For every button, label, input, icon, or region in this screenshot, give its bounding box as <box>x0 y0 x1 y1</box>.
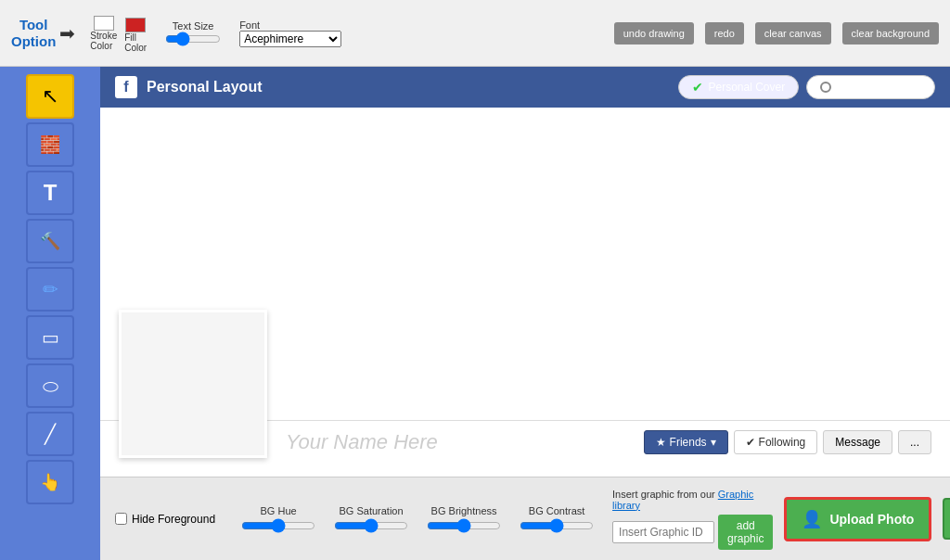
hide-foreground-group: Hide Foreground <box>115 513 215 526</box>
fill-label: FillColor <box>124 32 147 53</box>
fb-tabs: ✔ Personal Cover FAN PAGE cover <box>678 75 935 99</box>
bg-hue-label: BG Hue <box>260 505 296 516</box>
profile-actions: ★ Friends ▾ ✔ Following Message ... <box>644 430 931 454</box>
fill-swatch[interactable] <box>125 18 146 32</box>
star-icon: ★ <box>656 436 666 449</box>
following-button[interactable]: ✔ Following <box>734 430 818 454</box>
personal-cover-label: Personal Cover <box>708 81 785 94</box>
bg-brightness-group: BG Brightness <box>427 505 501 533</box>
text-tool-btn[interactable]: T <box>26 171 74 215</box>
profile-photo-box <box>119 310 267 458</box>
personal-cover-tab[interactable]: ✔ Personal Cover <box>678 75 799 99</box>
select-tool-btn[interactable]: ↖ <box>26 74 74 119</box>
arrow-icon: ➡ <box>59 22 75 45</box>
check-icon: ✔ <box>692 80 703 95</box>
upload-photo-button[interactable]: 👤 Upload Photo <box>784 497 931 541</box>
friends-chevron: ▾ <box>711 436 716 449</box>
line-tool-btn[interactable]: ╱ <box>26 412 74 456</box>
hand-tool-btn[interactable]: 👆 <box>26 460 74 504</box>
fb-title: Personal Layout <box>147 79 669 95</box>
font-label: Font <box>239 19 260 31</box>
bg-sat-slider[interactable] <box>334 518 408 533</box>
bg-hue-group: BG Hue <box>241 505 315 533</box>
bg-bri-slider[interactable] <box>427 518 501 533</box>
radio-icon <box>820 82 831 93</box>
bg-bri-label: BG Brightness <box>431 505 497 516</box>
text-size-slider[interactable] <box>165 32 221 46</box>
message-label: Message <box>835 436 880 449</box>
add-graphic-button[interactable]: add graphic <box>718 515 773 550</box>
main-area: f Personal Layout ✔ Personal Cover FAN P… <box>100 67 950 560</box>
friends-label: Friends <box>670 436 707 449</box>
friends-button[interactable]: ★ Friends ▾ <box>644 430 728 454</box>
font-group: Font Acephimere Arial Times New Roman Ve… <box>239 19 341 47</box>
undo-button[interactable]: undo drawing <box>614 22 694 45</box>
following-label: Following <box>759 436 806 449</box>
canvas-area[interactable]: Your Name Here ★ Friends ▾ ✔ Following M… <box>100 108 950 477</box>
hide-fg-checkbox[interactable] <box>115 513 127 525</box>
ellipse-tool-btn[interactable]: ⬭ <box>26 363 74 408</box>
tool-option-label: Tool <box>19 17 48 32</box>
graphic-section: Insert graphic from our Graphic library … <box>612 489 773 550</box>
upload-bg-button[interactable]: 🖼 Upload Background <box>943 498 950 540</box>
eraser-tool-btn[interactable]: 🧱 <box>26 122 74 167</box>
more-label: ... <box>910 436 919 449</box>
stroke-swatch[interactable] <box>94 16 114 31</box>
text-size-label: Text Size <box>173 20 214 32</box>
bg-con-label: BG Contrast <box>529 505 585 516</box>
redo-button[interactable]: redo <box>705 22 744 45</box>
text-size-group: Text Size <box>165 20 221 46</box>
message-button[interactable]: Message <box>823 430 892 454</box>
tool-option-label2: Option <box>11 33 56 49</box>
fb-header: f Personal Layout ✔ Personal Cover FAN P… <box>100 67 950 108</box>
sidebar: ↖ 🧱 T 🔨 ✏ ▭ ⬭ ╱ 👆 <box>0 67 100 560</box>
bg-contrast-group: BG Contrast <box>520 505 594 533</box>
profile-name: Your Name Here <box>286 430 438 454</box>
font-select[interactable]: Acephimere Arial Times New Roman Verdana <box>239 31 341 47</box>
toolbar: Tool Option ➡ StrokeColor FillColor Text… <box>0 0 950 67</box>
fanpage-cover-tab[interactable]: FAN PAGE cover <box>806 75 935 99</box>
bg-con-slider[interactable] <box>520 518 594 533</box>
fill-color-group: FillColor <box>124 14 147 53</box>
check-following-icon: ✔ <box>746 436 755 449</box>
person-icon: 👤 <box>802 509 822 529</box>
pen-tool-btn[interactable]: ✏ <box>26 267 74 312</box>
bg-hue-slider[interactable] <box>241 518 315 533</box>
rect-tool-btn[interactable]: ▭ <box>26 315 74 360</box>
graphic-id-input[interactable] <box>612 521 714 543</box>
more-button[interactable]: ... <box>898 430 931 454</box>
stroke-fill-group: StrokeColor FillColor <box>90 14 147 53</box>
stroke-color-group: StrokeColor <box>90 16 117 51</box>
bg-sat-label: BG Saturation <box>340 505 404 516</box>
fanpage-cover-label: FAN PAGE cover <box>836 81 921 94</box>
shape-tool-btn[interactable]: 🔨 <box>26 219 74 263</box>
clear-bg-button[interactable]: clear background <box>842 22 939 45</box>
stroke-label: StrokeColor <box>90 31 117 51</box>
slider-container: BG Hue BG Saturation BG Brightness BG Co… <box>241 505 594 533</box>
fb-logo: f <box>115 76 137 98</box>
hide-fg-label: Hide Foreground <box>132 513 215 526</box>
clear-canvas-button[interactable]: clear canvas <box>755 22 831 45</box>
bg-saturation-group: BG Saturation <box>334 505 408 533</box>
bottom-bar: Hide Foreground BG Hue BG Saturation BG … <box>100 477 950 560</box>
upload-photo-label: Upload Photo <box>829 512 914 527</box>
graphic-row: add graphic <box>612 515 773 550</box>
graphic-label: Insert graphic from our Graphic library <box>612 489 773 511</box>
